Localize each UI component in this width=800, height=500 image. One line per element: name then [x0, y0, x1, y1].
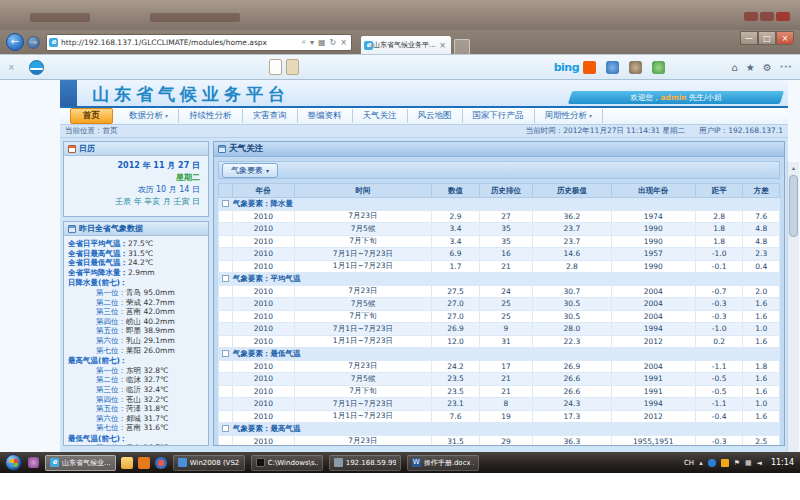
back-button[interactable]: ←: [6, 33, 24, 51]
hidden-icons-arrow[interactable]: ▴: [699, 459, 703, 467]
nav-item[interactable]: 整编资料: [298, 109, 353, 123]
expand-checkbox-icon[interactable]: [222, 275, 229, 282]
toolbar-plugin-icon[interactable]: [606, 61, 619, 74]
tab-title[interactable]: 山东省气候业务平...: [373, 40, 437, 50]
expand-checkbox-icon[interactable]: [222, 350, 229, 357]
table-row[interactable]: 20107月5候23.52126.61991-0.51.6: [219, 373, 780, 386]
browser-tab[interactable]: e 山东省气候业务平... ×: [360, 35, 452, 54]
card-icon: [269, 59, 282, 75]
table-row[interactable]: 20107月5候27.02530.52004-0.31.6: [219, 298, 780, 311]
nav-item[interactable]: 持续性分析: [179, 109, 243, 123]
nav-item[interactable]: 天气关注: [353, 109, 408, 123]
row-checkbox-cell: [219, 260, 233, 273]
table-row[interactable]: 20107月23日27.52430.72004-0.72.0: [219, 285, 780, 298]
star-icon[interactable]: ★: [746, 62, 755, 73]
home-icon[interactable]: ⌂: [731, 62, 737, 73]
page-scrollbar[interactable]: ▴ ▾: [787, 162, 799, 452]
table-row[interactable]: 20107月23日2.92736.219742.87.6: [219, 210, 780, 223]
forward-button[interactable]: →: [27, 36, 40, 49]
minimize-icon: [744, 12, 758, 21]
refresh-icon[interactable]: ↻: [330, 38, 337, 47]
table-row[interactable]: 20101月1日~7月23日12.03122.320120.21.6: [219, 335, 780, 348]
new-tab-button[interactable]: [454, 39, 470, 54]
toolbar-logo-icon[interactable]: [29, 60, 44, 75]
table-row[interactable]: 20107月下旬3.43523.719901.84.8: [219, 235, 780, 248]
browser-chrome: ← → e http://192.168.137.1/GLCCLIMATE/mo…: [0, 30, 800, 54]
pinned-app-icon[interactable]: [28, 457, 39, 468]
minimize-button[interactable]: —: [740, 31, 758, 45]
nav-item[interactable]: 数据分析▾: [119, 109, 179, 123]
taskbar-task[interactable]: C:\Windows\s...: [251, 455, 323, 471]
toolbar-close-icon[interactable]: ×: [8, 63, 15, 72]
table-row[interactable]: 20107月5候3.43523.719901.84.8: [219, 223, 780, 236]
taskbar-clock[interactable]: 11:14: [771, 458, 794, 467]
toolbar-cards-icon[interactable]: [269, 59, 299, 75]
table-row[interactable]: 20107月23日31.52936.31955,1951-0.32.5: [219, 435, 780, 445]
volume-icon[interactable]: ◄: [757, 459, 762, 467]
close-button[interactable]: ×: [776, 31, 794, 45]
toolbar-plugin-icon[interactable]: [652, 61, 665, 74]
search-icon[interactable]: ⌕: [302, 37, 306, 47]
taskbar-task[interactable]: Win2008 (VS2...: [173, 455, 245, 471]
table-row[interactable]: 20107月1日~7月23日26.9928.01994-1.01.0: [219, 323, 780, 336]
tray-app-icon[interactable]: [708, 459, 716, 467]
nav-item[interactable]: 国家下行产品: [463, 109, 535, 123]
table-cell: 1.0: [743, 398, 780, 411]
tab-close-icon[interactable]: ×: [439, 41, 446, 50]
maximize-button[interactable]: □: [758, 31, 776, 45]
group-header-row[interactable]: 气象要素：最低气温: [219, 348, 780, 361]
scroll-up-icon[interactable]: ▴: [788, 162, 799, 174]
compatibility-icon[interactable]: ▦: [318, 38, 326, 47]
table-cell: 1月1日~7月23日: [294, 335, 431, 348]
taskbar-task[interactable]: 192.168.59.99...: [329, 455, 401, 471]
nav-item[interactable]: 灾害查询: [243, 109, 298, 123]
table-row[interactable]: 20107月下旬27.02530.52004-0.31.6: [219, 310, 780, 323]
table-cell: 2010: [233, 310, 295, 323]
taskbar-task[interactable]: W操作手册.docx ...: [407, 455, 479, 471]
table-row[interactable]: 20107月1日~7月23日23.1824.31994-1.11.0: [219, 398, 780, 411]
scrollbar-thumb[interactable]: [789, 175, 798, 237]
address-bar[interactable]: e http://192.168.137.1/GLCCLIMATE/module…: [46, 34, 352, 51]
search-caret-icon[interactable]: ▾: [310, 38, 314, 47]
group-header-row[interactable]: 气象要素：降水量: [219, 198, 780, 211]
nav-item[interactable]: 周期性分析▾: [535, 109, 604, 123]
action-center-icon[interactable]: [721, 459, 729, 467]
share-icon[interactable]: [583, 61, 596, 74]
more-dots-icon[interactable]: •••: [780, 63, 792, 71]
nav-item[interactable]: 首页: [70, 108, 113, 124]
table-cell: -1.1: [695, 398, 743, 411]
start-button[interactable]: [5, 454, 22, 471]
table-row[interactable]: 20107月1日~7月23日6.91614.61957-1.02.3: [219, 248, 780, 261]
group-header-row[interactable]: 气象要素：最高气温: [219, 423, 780, 436]
table-row[interactable]: 20107月23日24.21726.92004-1.11.8: [219, 360, 780, 373]
taskbar-active-task[interactable]: e 山东省气候业...: [45, 455, 116, 471]
url-text[interactable]: http://192.168.137.1/GLCCLIMATE/modules/…: [61, 38, 300, 47]
table-row[interactable]: 20101月1日~7月23日7.61917.32012-0.41.6: [219, 410, 780, 423]
row-checkbox-cell: [219, 360, 233, 373]
element-filter-button[interactable]: 气象要素▾: [222, 163, 278, 178]
nav-item[interactable]: 风云地图: [408, 109, 463, 123]
gear-icon[interactable]: ⚙: [763, 62, 772, 73]
site-banner: 山东省气候业务平台 欢迎您，admin 先生/小姐: [60, 80, 788, 108]
table-cell: 2004: [611, 360, 695, 373]
table-row[interactable]: 20107月下旬23.52126.61991-0.51.6: [219, 385, 780, 398]
table-cell: 7月下旬: [294, 310, 431, 323]
table-cell: 14.6: [533, 248, 612, 261]
expand-checkbox-icon[interactable]: [222, 200, 229, 207]
language-indicator[interactable]: CH: [684, 459, 694, 467]
table-cell: 1994: [611, 398, 695, 411]
flag-icon[interactable]: ⚑: [734, 459, 740, 467]
bing-logo[interactable]: bing: [554, 61, 579, 74]
table-cell: 35: [479, 223, 532, 236]
table-row[interactable]: 20101月1日~7月23日1.7212.81990-0.10.4: [219, 260, 780, 273]
group-header-row[interactable]: 气象要素：平均气温: [219, 273, 780, 286]
browser-app-icon[interactable]: [155, 457, 167, 469]
media-app-icon[interactable]: [138, 457, 150, 469]
network-icon[interactable]: ▦: [745, 459, 752, 467]
expand-checkbox-icon[interactable]: [222, 425, 229, 432]
explorer-icon[interactable]: [121, 457, 133, 469]
table-cell: 2010: [233, 285, 295, 298]
toolbar-plugin-icon[interactable]: [629, 61, 642, 74]
bing-toolbar[interactable]: bing: [554, 61, 596, 74]
stop-icon[interactable]: ×: [340, 38, 347, 47]
